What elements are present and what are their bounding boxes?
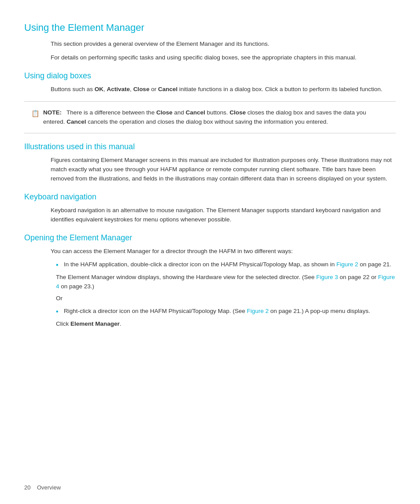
intro-para-1: This section provides a general overview… [51,40,396,49]
figure2-link-2[interactable]: Figure 2 [247,308,269,314]
bullet-item-1: In the HAFM application, double-click a … [56,260,396,269]
bullet-list-2: Right-click a director icon on the HAFM … [56,307,396,316]
bullet-item-2: Right-click a director icon on the HAFM … [56,307,396,316]
main-title: Using the Element Manager [24,22,396,33]
dialog-para: Buttons such as OK, Activate, Close or C… [51,85,396,94]
illustrations-para: Figures containing Element Manager scree… [51,156,396,184]
figure4-link[interactable]: Figure 4 [56,274,395,290]
figure2-link-1[interactable]: Figure 2 [336,261,358,268]
dialog-title: Using dialog boxes [24,71,396,81]
keyboard-para: Keyboard navigation is an alternative to… [51,206,396,224]
note-content: NOTE: There is a difference between the … [43,108,389,127]
opening-title: Opening the Element Manager [24,233,396,243]
note-label: NOTE: [43,109,62,116]
bullet1-sub2: Or [56,294,396,303]
illustrations-title: Illustrations used in this manual [24,142,396,151]
bullet1-sub1: The Element Manager window displays, sho… [56,273,396,291]
bullet-list: In the HAFM application, double-click a … [56,260,396,269]
section-name: Overview [37,484,61,491]
note-icon: 📋 [31,108,40,119]
figure3-link[interactable]: Figure 3 [316,274,338,280]
page-number: 20 [24,484,30,491]
note-box: 📋 NOTE: There is a difference between th… [24,101,396,133]
opening-intro: You can access the Element Manager for a… [51,247,396,256]
intro-para-2: For details on performing specific tasks… [51,53,396,63]
page-footer: 20 Overview [24,484,61,491]
bullet2-sub: Click Element Manager. [56,320,396,329]
keyboard-title: Keyboard navigation [24,192,396,202]
